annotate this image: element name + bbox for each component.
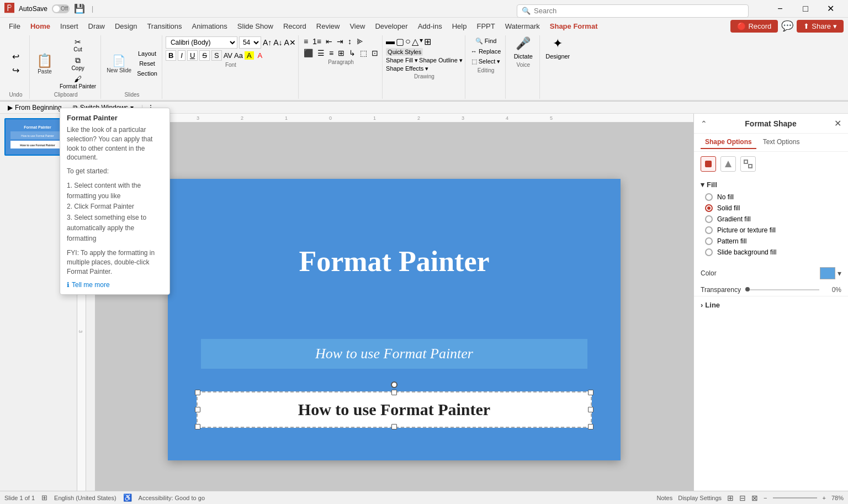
bullets-button[interactable]: ≡ (302, 36, 310, 46)
view-normal-button[interactable]: ⊞ (727, 494, 734, 502)
slide-subtitle-selected[interactable]: How to use Format Painter (197, 391, 592, 428)
slide-bg-option[interactable]: Slide background fill (705, 248, 837, 256)
font-color-button[interactable]: A (256, 51, 265, 60)
slide-subtitle-blue[interactable]: How to use Format Painter (201, 339, 587, 369)
undo-button[interactable]: ↩ (10, 50, 22, 63)
menu-file[interactable]: File (4, 20, 25, 33)
line-spacing-button[interactable]: ↕ (346, 36, 353, 46)
handle-br[interactable] (588, 424, 593, 429)
view-fit-button[interactable]: ⊠ (751, 494, 758, 502)
tell-me-more-link[interactable]: ℹ Tell me more (67, 281, 163, 289)
gradient-fill-radio[interactable] (705, 215, 713, 223)
from-beginning-button[interactable]: ▶ From Beginning (4, 103, 65, 113)
columns-button[interactable]: ⫸ (354, 36, 365, 46)
indent-increase-button[interactable]: ⇥ (335, 36, 345, 46)
menu-design[interactable]: Design (110, 20, 141, 33)
menu-view[interactable]: View (345, 20, 369, 33)
spacing-button[interactable]: AV (224, 51, 232, 60)
menu-addins[interactable]: Add-ins (414, 20, 447, 33)
handle-tr[interactable] (588, 390, 593, 395)
menu-watermark[interactable]: Watermark (501, 20, 544, 33)
redo-button[interactable]: ↪ (10, 64, 22, 77)
picture-texture-option[interactable]: Picture or texture fill (705, 226, 837, 234)
size-properties-icon[interactable] (740, 156, 756, 172)
menu-fppt[interactable]: FPPT (472, 20, 499, 33)
paste-button[interactable]: 📋Paste (33, 36, 56, 91)
shadow-button[interactable]: S (211, 50, 222, 61)
shape-effects-button[interactable]: Shape Effects ▾ (386, 65, 428, 72)
case-button[interactable]: Aa (234, 51, 243, 60)
handle-tm[interactable] (391, 390, 397, 395)
copy-button[interactable]: ⧉ Copy (57, 55, 98, 72)
gradient-fill-option[interactable]: Gradient fill (705, 215, 837, 223)
panel-chevron-button[interactable]: ⌃ (701, 119, 707, 128)
new-slide-button[interactable]: 📄New Slide (104, 53, 134, 75)
display-settings-button[interactable]: Display Settings (678, 495, 722, 501)
decrease-font-button[interactable]: A↓ (273, 38, 282, 47)
text-direction-button[interactable]: ↳ (347, 48, 357, 58)
numbering-button[interactable]: 1≡ (311, 36, 323, 46)
replace-button[interactable]: ↔ Replace (469, 47, 503, 56)
transparency-slider[interactable] (745, 289, 819, 290)
shape-outline-button[interactable]: Shape Outline ▾ (419, 57, 463, 64)
underline-button[interactable]: U (187, 50, 198, 61)
pattern-fill-option[interactable]: Pattern fill (705, 237, 837, 245)
justify-button[interactable]: ⊞ (336, 48, 346, 58)
menu-help[interactable]: Help (448, 20, 471, 33)
menu-animations[interactable]: Animations (188, 20, 232, 33)
menu-developer[interactable]: Developer (370, 20, 412, 33)
menu-home[interactable]: Home (26, 20, 55, 33)
designer-button[interactable]: Designer (543, 52, 572, 61)
menu-transitions[interactable]: Transitions (142, 20, 186, 33)
no-fill-option[interactable]: No fill (705, 193, 837, 201)
menu-slideshow[interactable]: Slide Show (233, 20, 278, 33)
shape-options-tab[interactable]: Shape Options (701, 136, 756, 149)
bold-button[interactable]: B (166, 50, 176, 61)
shape-rect[interactable]: ▬ (386, 36, 395, 47)
slide-bg-radio[interactable] (705, 248, 713, 256)
dictate-button[interactable]: Dictate (512, 52, 535, 61)
strikethrough-button[interactable]: S (199, 50, 210, 61)
arrange-button[interactable]: ⊞ (424, 36, 431, 47)
font-name-select[interactable]: Calibri (Body) (166, 36, 237, 49)
zoom-out-button[interactable]: − (764, 495, 767, 501)
align-center-button[interactable]: ☰ (316, 48, 326, 58)
notes-button[interactable]: Notes (656, 495, 672, 501)
align-left-button[interactable]: ⬛ (302, 48, 315, 58)
clear-format-button[interactable]: A✕ (284, 38, 296, 47)
autosave-toggle[interactable]: Off (52, 4, 70, 13)
cut-button[interactable]: ✂ Cut (57, 36, 98, 54)
shape-oval[interactable]: ○ (405, 36, 411, 47)
select-button[interactable]: ⬚ Select ▾ (469, 57, 503, 66)
shape-fill-button[interactable]: Shape Fill ▾ (386, 57, 418, 64)
format-panel-close-button[interactable]: ✕ (834, 118, 841, 129)
handle-ml[interactable] (195, 407, 200, 412)
shape-triangle[interactable]: △ (412, 36, 418, 47)
handle-tl[interactable] (195, 390, 200, 395)
text-options-tab[interactable]: Text Options (759, 136, 804, 149)
indent-decrease-button[interactable]: ⇤ (324, 36, 334, 46)
record-button[interactable]: 🔴 Record (730, 20, 778, 33)
handle-bl[interactable] (195, 424, 200, 429)
fill-section-header[interactable]: ▾ Fill (701, 181, 841, 189)
no-fill-radio[interactable] (705, 193, 713, 201)
fill-line-icon[interactable] (701, 156, 716, 172)
color-dropdown-button[interactable]: ▾ (838, 269, 841, 278)
view-grid-button[interactable]: ⊟ (739, 494, 746, 502)
solid-fill-radio[interactable] (705, 204, 713, 212)
quick-styles-button[interactable]: Quick Styles (386, 48, 423, 56)
increase-font-button[interactable]: A↑ (263, 38, 272, 47)
align-right-button[interactable]: ≡ (327, 48, 335, 58)
minimize-button[interactable]: − (767, 0, 793, 18)
save-icon[interactable]: 💾 (74, 3, 85, 14)
comment-icon[interactable]: 💬 (781, 20, 793, 32)
effects-icon[interactable] (720, 156, 736, 172)
highlight-color-button[interactable]: A (245, 51, 254, 60)
close-button[interactable]: ✕ (818, 0, 844, 18)
format-painter-button[interactable]: 🖌 Format Painter (57, 73, 98, 91)
handle-mr[interactable] (588, 407, 593, 412)
menu-review[interactable]: Review (312, 20, 344, 33)
align-text-button[interactable]: ⬚ (358, 48, 369, 58)
line-section-header[interactable]: › Line (701, 301, 841, 309)
font-size-select[interactable]: 54 (239, 36, 261, 49)
